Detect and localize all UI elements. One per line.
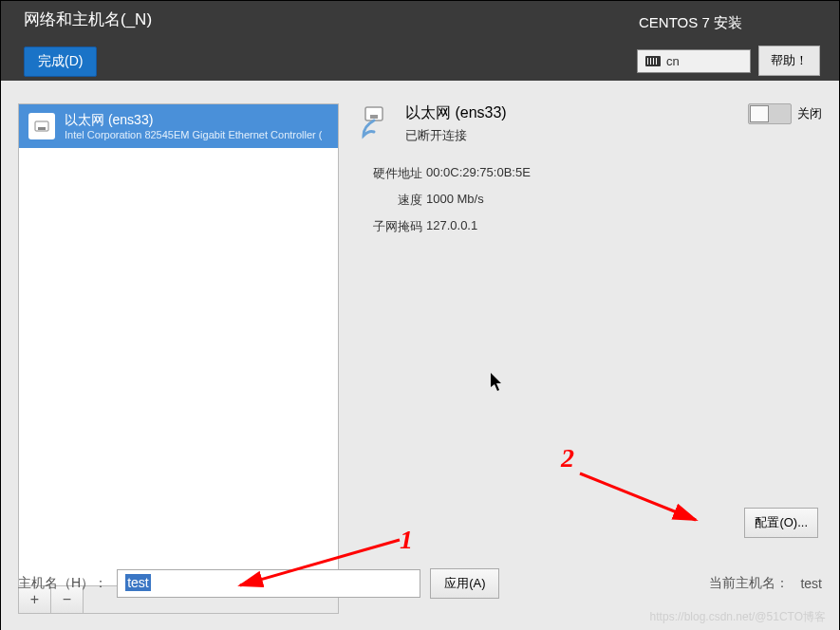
current-hostname-value: test	[800, 576, 822, 591]
device-list[interactable]: 以太网 (ens33) Intel Corporation 82545EM Gi…	[18, 103, 339, 586]
cursor-icon	[491, 373, 504, 397]
done-button[interactable]: 完成(D)	[24, 46, 97, 77]
keyboard-indicator[interactable]: cn	[637, 49, 751, 73]
toggle-label: 关闭	[797, 105, 822, 122]
detail-panel: 以太网 (ens33) 已断开连接 关闭 硬件地址 00:0C:29:75:0B…	[356, 103, 822, 614]
speed-value: 1000 Mb/s	[426, 192, 822, 209]
device-item-ens33[interactable]: 以太网 (ens33) Intel Corporation 82545EM Gi…	[19, 104, 338, 148]
apply-hostname-button[interactable]: 应用(A)	[430, 568, 499, 599]
speed-label: 速度	[356, 192, 422, 209]
device-panel: 以太网 (ens33) Intel Corporation 82545EM Gi…	[18, 103, 339, 614]
device-desc: Intel Corporation 82545EM Gigabit Ethern…	[65, 129, 322, 140]
watermark-text: https://blog.csdn.net/@51CTO博客	[650, 609, 826, 625]
annotation-number-1: 1	[400, 525, 413, 555]
connection-title: 以太网 (ens33)	[405, 103, 507, 123]
mask-value: 127.0.0.1	[426, 218, 822, 235]
hostname-row: 主机名（H）： test 应用(A) 当前主机名： test	[18, 568, 822, 599]
ethernet-large-icon	[356, 103, 394, 141]
keyboard-layout-text: cn	[666, 54, 680, 68]
hw-label: 硬件地址	[356, 165, 422, 182]
configure-button[interactable]: 配置(O)...	[744, 508, 818, 538]
detail-info-grid: 硬件地址 00:0C:29:75:0B:5E 速度 1000 Mb/s 子网掩码…	[356, 165, 822, 235]
hostname-label: 主机名（H）：	[18, 575, 107, 592]
hw-value: 00:0C:29:75:0B:5E	[426, 165, 822, 182]
ethernet-port-icon	[28, 113, 55, 139]
connection-toggle[interactable]	[748, 103, 792, 124]
header-right-group: CENTOS 7 安装 cn 帮助！	[637, 14, 820, 76]
mask-label: 子网掩码	[356, 218, 422, 235]
current-hostname-label: 当前主机名：	[709, 575, 789, 592]
toggle-thumb	[750, 105, 769, 122]
svg-rect-1	[38, 127, 46, 130]
help-button[interactable]: 帮助！	[758, 46, 820, 76]
connection-status: 已断开连接	[405, 127, 507, 144]
hostname-input[interactable]: test	[117, 569, 420, 598]
install-title: CENTOS 7 安装	[639, 14, 820, 32]
header-bar: 网络和主机名(_N) 完成(D) CENTOS 7 安装 cn 帮助！	[1, 1, 839, 81]
keyboard-icon	[645, 56, 661, 66]
main-area: 以太网 (ens33) Intel Corporation 82545EM Gi…	[1, 81, 839, 630]
annotation-number-2: 2	[561, 443, 574, 473]
hostname-input-value: test	[125, 574, 151, 591]
svg-rect-3	[370, 115, 378, 119]
page-title: 网络和主机名(_N)	[24, 9, 152, 30]
installer-window: 网络和主机名(_N) 完成(D) CENTOS 7 安装 cn 帮助！	[0, 0, 840, 630]
device-name: 以太网 (ens33)	[65, 112, 322, 129]
